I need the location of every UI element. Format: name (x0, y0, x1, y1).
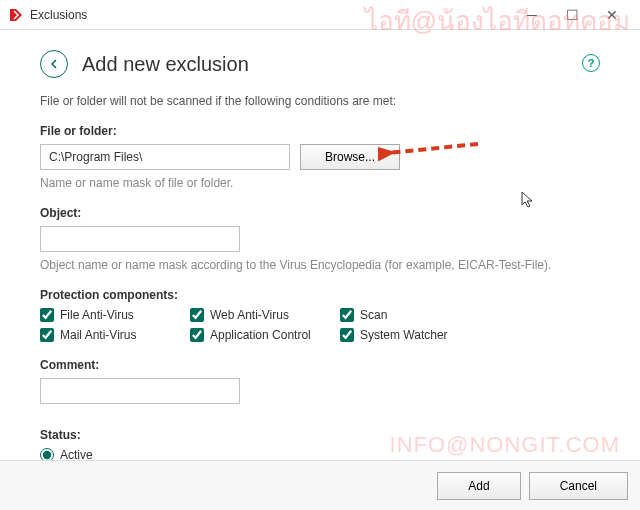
check-scan[interactable]: Scan (340, 308, 470, 322)
window-title: Exclusions (30, 8, 512, 22)
cancel-button[interactable]: Cancel (529, 472, 628, 500)
help-button[interactable]: ? (582, 54, 600, 72)
protection-components: File Anti-Virus Web Anti-Virus Scan Mail… (40, 308, 600, 342)
object-label: Object: (40, 206, 600, 220)
check-application-control[interactable]: Application Control (190, 328, 320, 342)
minimize-button[interactable]: ─ (512, 1, 552, 29)
file-path-input[interactable] (40, 144, 290, 170)
file-input-row: Browse... (40, 144, 600, 170)
close-button[interactable]: ✕ (592, 1, 632, 29)
object-hint: Object name or name mask according to th… (40, 258, 600, 272)
comment-label: Comment: (40, 358, 600, 372)
object-input-row (40, 226, 600, 252)
check-web-antivirus[interactable]: Web Anti-Virus (190, 308, 320, 322)
protection-label: Protection components: (40, 288, 600, 302)
content-area: Add new exclusion ? File or folder will … (0, 30, 640, 460)
comment-input[interactable] (40, 378, 240, 404)
file-hint: Name or name mask of file or folder. (40, 176, 600, 190)
status-active[interactable]: Active (40, 448, 600, 460)
arrow-left-icon (48, 58, 60, 70)
page-title: Add new exclusion (82, 53, 249, 76)
add-button[interactable]: Add (437, 472, 520, 500)
description-text: File or folder will not be scanned if th… (40, 94, 600, 108)
status-label: Status: (40, 428, 600, 442)
header-row: Add new exclusion ? (40, 50, 600, 78)
object-input[interactable] (40, 226, 240, 252)
file-folder-label: File or folder: (40, 124, 600, 138)
titlebar: Exclusions ─ ☐ ✕ (0, 0, 640, 30)
maximize-button[interactable]: ☐ (552, 1, 592, 29)
window-controls: ─ ☐ ✕ (512, 1, 632, 29)
check-system-watcher[interactable]: System Watcher (340, 328, 470, 342)
status-radio-group: Active Inactive (40, 448, 600, 460)
comment-input-row (40, 378, 600, 404)
back-button[interactable] (40, 50, 68, 78)
check-file-antivirus[interactable]: File Anti-Virus (40, 308, 170, 322)
check-mail-antivirus[interactable]: Mail Anti-Virus (40, 328, 170, 342)
footer: Add Cancel (0, 460, 640, 510)
app-icon (8, 7, 24, 23)
browse-button[interactable]: Browse... (300, 144, 400, 170)
